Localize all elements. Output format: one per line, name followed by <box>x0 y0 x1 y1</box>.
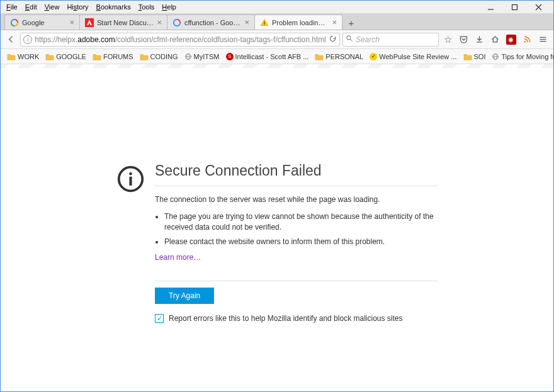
google-icon <box>172 18 181 27</box>
learn-more-link[interactable]: Learn more… <box>155 253 201 262</box>
tab-label: cffunction - Google Search <box>184 19 241 26</box>
report-checkbox[interactable]: ✓ <box>155 314 164 323</box>
close-tab-icon[interactable]: × <box>157 18 162 27</box>
rss-icon[interactable] <box>521 33 534 47</box>
page-content: Secure Connection Failed The connection … <box>1 64 553 391</box>
error-title: Secure Connection Failed <box>155 162 438 179</box>
error-subtitle: The connection to the server was reset w… <box>155 195 438 204</box>
menu-bar: File Edit View History Bookmarks Tools H… <box>1 1 553 13</box>
report-errors-row: ✓ Report errors like this to help Mozill… <box>155 314 438 323</box>
google-icon <box>10 18 19 27</box>
menu-history[interactable]: History <box>64 2 91 12</box>
menu-edit[interactable]: Edit <box>22 2 40 12</box>
tab-google-search[interactable]: cffunction - Google Search × <box>167 14 255 30</box>
bookmark-tips1[interactable]: Tips for Moving from ... <box>489 52 554 62</box>
adobe-icon <box>85 18 94 27</box>
error-bullet: The page you are trying to view cannot b… <box>164 211 438 233</box>
close-tab-icon[interactable]: × <box>332 18 337 27</box>
bookmark-intellicast[interactable]: SIntellicast - Scott AFB ... <box>223 52 312 62</box>
url-bar[interactable]: i https://helpx.adobe.com/coldfusion/cfm… <box>20 33 340 47</box>
menu-hamburger-icon[interactable] <box>536 33 550 47</box>
url-text: https://helpx.adobe.com/coldfusion/cfml-… <box>35 35 326 44</box>
error-container: Secure Connection Failed The connection … <box>116 162 438 323</box>
bookmark-star-icon[interactable]: ☆ <box>441 33 455 47</box>
tab-adobe-discussion[interactable]: Start New Discussion | Ad... × <box>79 14 167 30</box>
downloads-icon[interactable] <box>473 33 486 47</box>
menu-help[interactable]: Help <box>159 2 179 12</box>
info-error-icon <box>116 165 145 193</box>
tab-label: Problem loading page <box>272 19 329 26</box>
home-icon[interactable] <box>489 33 502 47</box>
reload-icon[interactable] <box>329 35 337 45</box>
svg-point-11 <box>524 41 526 43</box>
bookmark-work[interactable]: WORK <box>4 52 42 62</box>
bookmark-myitsm[interactable]: MyITSM <box>182 52 222 62</box>
try-again-button[interactable]: Try Again <box>155 288 214 304</box>
bookmark-forums[interactable]: FORUMS <box>90 52 136 62</box>
svg-point-9 <box>347 36 351 40</box>
stripe-bar <box>1 64 553 68</box>
maximize-button[interactable] <box>506 1 523 13</box>
menu-view[interactable]: View <box>42 2 63 12</box>
bookmark-soi[interactable]: SOI <box>461 52 489 62</box>
search-bar[interactable]: Search <box>342 33 439 47</box>
search-icon <box>346 35 353 44</box>
nav-bar: i https://helpx.adobe.com/coldfusion/cfm… <box>1 30 553 49</box>
bookmark-coding[interactable]: CODING <box>137 52 181 62</box>
svg-rect-8 <box>264 24 264 25</box>
menu-file[interactable]: File <box>3 2 21 12</box>
identity-info-icon[interactable]: i <box>23 35 32 44</box>
bookmark-google[interactable]: GOOGLE <box>43 52 89 62</box>
tab-problem-loading[interactable]: Problem loading page × <box>254 14 342 30</box>
svg-point-28 <box>129 172 132 176</box>
tab-label: Start New Discussion | Ad... <box>97 19 154 26</box>
close-window-button[interactable] <box>529 1 547 13</box>
svg-line-10 <box>350 40 352 42</box>
back-button[interactable] <box>4 33 18 47</box>
tab-label: Google <box>22 19 66 26</box>
bookmark-personal[interactable]: PERSONAL <box>312 52 366 62</box>
tab-google[interactable]: Google × <box>4 14 80 30</box>
minimize-button[interactable] <box>482 1 499 13</box>
tab-strip: Google × Start New Discussion | Ad... × … <box>1 13 553 30</box>
svg-rect-7 <box>264 21 264 24</box>
svg-rect-1 <box>512 4 517 9</box>
bookmark-webpulse[interactable]: ✓WebPulse Site Review ... <box>367 52 459 62</box>
pocket-icon[interactable] <box>457 33 470 47</box>
close-tab-icon[interactable]: × <box>69 18 74 27</box>
warning-icon <box>260 18 269 27</box>
close-tab-icon[interactable]: × <box>244 18 249 27</box>
error-bullet: Please contact the website owners to inf… <box>164 237 438 247</box>
bookmarks-toolbar: WORK GOOGLE FORUMS CODING MyITSM SIntell… <box>1 49 553 64</box>
ublock-icon[interactable]: ◉ <box>504 33 517 47</box>
new-tab-button[interactable]: + <box>344 16 359 30</box>
menu-bookmarks[interactable]: Bookmarks <box>93 2 134 12</box>
menu-tools[interactable]: Tools <box>135 2 158 12</box>
report-label: Report errors like this to help Mozilla … <box>169 314 403 323</box>
svg-rect-29 <box>129 177 132 186</box>
search-placeholder: Search <box>356 35 380 44</box>
